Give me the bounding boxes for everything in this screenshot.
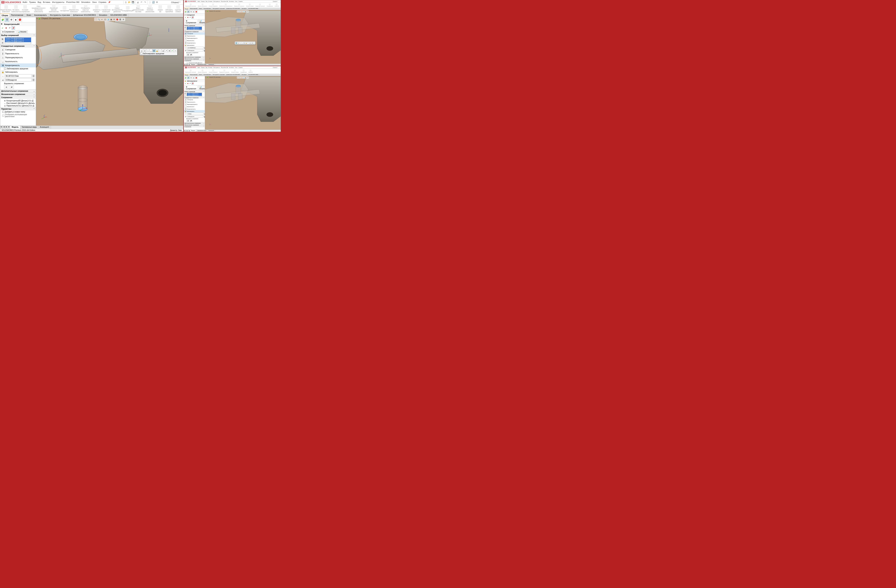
menu-file[interactable]: Файл xyxy=(23,1,27,4)
menu-insert[interactable]: Вставка xyxy=(43,1,50,4)
rib-ref-geometry[interactable]: Справочная геометрия xyxy=(101,5,111,13)
menu-edit[interactable]: Правка xyxy=(29,1,36,4)
rib-mate[interactable]: Условия сопряжения xyxy=(21,5,29,13)
rib-linear-pattern[interactable]: Линейный массив компонентов xyxy=(48,5,60,13)
tab-animation1[interactable]: Анимация1 xyxy=(38,126,51,129)
section-view-icon[interactable]: ◫ xyxy=(104,18,107,21)
tab-evaluate[interactable]: Анализировать xyxy=(33,14,49,17)
tab-model[interactable]: Модель xyxy=(10,126,20,129)
menu-help[interactable]: Справка xyxy=(99,1,106,4)
rib-motion-study[interactable]: Новое исследование движения xyxy=(111,5,123,13)
view-orient-icon[interactable]: 🧊 xyxy=(107,18,110,21)
nav-prev[interactable]: ◀ xyxy=(3,126,5,129)
graphics-viewport[interactable]: ▸ 🧩 Сборка1 (По умолчани... ⛶ 🔍 ↩ ◫ 🧊 ▦ … xyxy=(36,17,183,126)
tab-feature-tree[interactable]: 🧩 xyxy=(1,18,5,22)
zoom-fit-icon[interactable]: ⛶ xyxy=(94,18,97,21)
options-icon[interactable]: ⚙ xyxy=(156,1,158,4)
popup-distance[interactable]: ↔ xyxy=(158,49,162,52)
undo-icon[interactable]: ↶ xyxy=(140,1,143,4)
pin-icon[interactable]: 📌 xyxy=(108,1,111,4)
entity-set-icon[interactable]: ⛓ xyxy=(1,37,4,41)
menu-window[interactable]: Окно xyxy=(92,1,97,4)
align-anti[interactable]: ⇄ xyxy=(9,85,14,89)
rib-insert-components[interactable]: Вставить компоненты xyxy=(11,5,20,13)
display-style-icon[interactable]: ▦ xyxy=(110,18,113,21)
view-settings-icon[interactable]: ⚙ xyxy=(122,18,125,21)
selection-list[interactable]: Грань<8>@Деталь4-1 Грань<9>@Деталь3-1 xyxy=(5,37,31,44)
selection-item[interactable]: Грань<9>@Деталь3-1 xyxy=(5,40,31,42)
menu-photoview[interactable]: PhotoView 360 xyxy=(66,1,79,4)
tab-config-mgr[interactable]: ⚙ xyxy=(9,18,13,22)
pushpin-button[interactable]: 📌 xyxy=(12,26,15,30)
orientation-triad[interactable]: X Z Y xyxy=(41,115,47,120)
menu-simulation[interactable]: Simulation xyxy=(81,1,90,4)
mate-concentric[interactable]: ⊚Концентричность xyxy=(0,63,36,67)
popup-parallel[interactable]: ∥ xyxy=(143,49,146,52)
tab-assembly[interactable]: Сборка xyxy=(0,14,10,17)
mate-tangent[interactable]: ◡Касательность xyxy=(0,59,36,63)
undo-button[interactable]: ↶ xyxy=(8,26,11,30)
tab-mbd[interactable]: SOLIDWORKS MBD xyxy=(109,14,129,17)
popup-tangent[interactable]: ◡ xyxy=(149,49,152,52)
rib-explode-sketch[interactable]: Эскиз с линиями разнесения xyxy=(144,5,155,13)
mate-lock[interactable]: 🔒Заблокировать xyxy=(0,70,36,74)
flyout-tree[interactable]: ▸ 🧩 Сборка1 (По умолчани... xyxy=(37,18,62,20)
rib-smart-fasteners[interactable]: Автокрепеж xyxy=(60,5,69,13)
rib-preview-window[interactable]: Окно предварительного просмотра компонен… xyxy=(30,5,47,13)
tab-layout[interactable]: Расположение xyxy=(10,14,25,17)
popup-lock-rotation[interactable]: Заблокировать вращение xyxy=(140,52,177,55)
chevron-up-icon[interactable]: ⌃ xyxy=(34,34,35,36)
menu-tools[interactable]: Инструменты xyxy=(52,1,64,4)
tab-property-mgr[interactable]: ☰ xyxy=(5,18,9,22)
chevron-up-icon[interactable]: ⌃ xyxy=(34,108,35,110)
print-icon[interactable]: 🖨 xyxy=(137,1,139,4)
rib-edit-component[interactable]: Редактировать компонент xyxy=(1,5,11,13)
rib-move-component[interactable]: Переместить компонент xyxy=(69,5,79,13)
chevron-down-icon[interactable]: ⌄ xyxy=(34,90,35,92)
rib-instant3d[interactable]: Instant 3D xyxy=(156,5,165,13)
tab-addins[interactable]: Добавления SOLIDWORKS xyxy=(72,14,98,17)
chevron-up-icon[interactable]: ⌃ xyxy=(34,45,35,47)
select-icon[interactable]: ⬚ xyxy=(149,1,151,4)
popup-lock[interactable]: 🔒 xyxy=(155,49,158,52)
rib-speedpak[interactable]: Обновить SpeedPak xyxy=(165,5,174,13)
zoom-area-icon[interactable]: 🔍 xyxy=(98,18,101,21)
cancel-button[interactable]: ✖ xyxy=(5,26,8,30)
tab-appearance[interactable]: 🔴 xyxy=(18,18,22,22)
rib-assembly-features[interactable]: Элементы сборки xyxy=(93,5,101,13)
mate-item[interactable]: ⊚Концентричный3 (Деталь1<1>,Д xyxy=(4,99,35,102)
tab-render[interactable]: Инструменты отрисовки xyxy=(49,14,72,17)
redo-icon[interactable]: ↷ xyxy=(144,1,146,4)
rebuild-icon[interactable]: 🔄 xyxy=(152,1,155,4)
prev-view-icon[interactable]: ↩ xyxy=(101,18,104,21)
open-icon[interactable]: 📂 xyxy=(128,1,131,4)
new-folder-check[interactable]: Добавить в новую папку xyxy=(0,111,36,113)
popup-chevron[interactable]: » xyxy=(174,49,177,52)
mate-perpendicular[interactable]: ⊥Перпендикулярность xyxy=(0,56,36,59)
expand-icon[interactable]: ▸ xyxy=(37,18,38,20)
multi-mate-icon[interactable]: ⊡ xyxy=(1,41,4,44)
angle-input[interactable] xyxy=(5,78,32,82)
rib-show-hidden[interactable]: Отобразить скрытые компоненты xyxy=(79,5,92,13)
selection-item[interactable]: Грань<8>@Деталь4-1 xyxy=(5,38,31,40)
appearance-icon[interactable]: 🔴 xyxy=(116,18,119,21)
distance-input[interactable] xyxy=(5,74,32,77)
show-popup-check[interactable]: Отобразить всплывающее диалоговое xyxy=(0,113,36,118)
nav-last[interactable]: ⏭ xyxy=(8,126,10,129)
tab-dimxpert[interactable]: ◈ xyxy=(14,18,18,22)
tab-3dviews[interactable]: Трехмерные виды xyxy=(20,126,38,129)
chevron-up-icon[interactable]: ⌃ xyxy=(34,97,35,99)
chevron-down-icon[interactable]: ⌄ xyxy=(34,93,35,95)
popup-align[interactable]: ⇉ xyxy=(168,49,171,52)
subtab-analysis[interactable]: 📊 Анализ xyxy=(17,30,28,33)
lock-rotation-check[interactable]: Заблокировать вращение xyxy=(0,67,36,70)
nav-next[interactable]: ▶ xyxy=(5,126,8,129)
nav-first[interactable]: ⏮ xyxy=(0,126,3,129)
menu-view[interactable]: Вид xyxy=(38,1,41,4)
rib-snapshot[interactable]: Сделать снимок xyxy=(174,5,183,13)
popup-concentric[interactable]: ⊚ xyxy=(152,49,155,52)
scene-icon[interactable]: 🖼 xyxy=(119,18,122,21)
hide-show-icon[interactable]: 👁 xyxy=(113,18,116,21)
mate-item[interactable]: ↔Расстояние1 (Деталь3<1>,Деталь xyxy=(4,102,35,104)
angle-spinner[interactable]: ▲▼ xyxy=(32,78,35,81)
